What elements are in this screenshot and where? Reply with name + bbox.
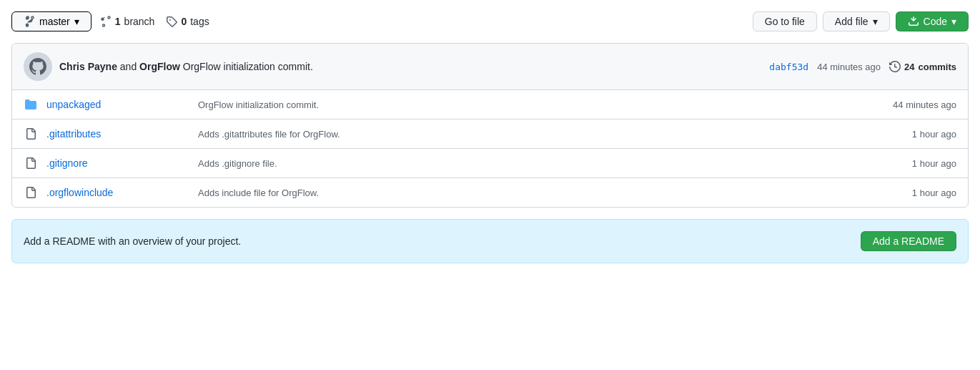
avatar (24, 52, 52, 81)
file-rows-container: unpackagedOrgFlow initialization commit.… (12, 90, 968, 207)
file-time: 1 hour ago (871, 129, 956, 140)
table-row: .orgflowincludeAdds include file for Org… (12, 178, 968, 207)
file-commit-message[interactable]: Adds .gitignore file. (198, 158, 862, 169)
go-to-file-button[interactable]: Go to file (753, 11, 817, 31)
commit-meta: dabf53d 44 minutes ago 24 commits (769, 61, 956, 72)
tag-count-link[interactable]: 0 tags (166, 16, 209, 27)
tag-count-label: tags (190, 16, 209, 27)
add-readme-label: Add a README (873, 235, 944, 247)
commit-msg-text: OrgFlow initialization commit. (183, 61, 313, 72)
file-name[interactable]: unpackaged (46, 99, 189, 110)
commit-time: 44 minutes ago (817, 62, 881, 72)
add-file-button[interactable]: Add file ▾ (823, 11, 890, 31)
branch-count-label: branch (124, 16, 155, 27)
commits-count-label: commits (919, 62, 956, 72)
branch-chevron: ▾ (74, 16, 79, 27)
code-chevron: ▾ (951, 16, 956, 27)
file-time: 44 minutes ago (871, 99, 956, 110)
commits-count-number: 24 (904, 62, 914, 72)
file-commit-message[interactable]: Adds include file for OrgFlow. (198, 188, 862, 198)
add-readme-button[interactable]: Add a README (861, 231, 956, 251)
readme-banner: Add a README with an overview of your pr… (11, 219, 969, 263)
folder-icon (24, 97, 38, 112)
table-row: .gitattributesAdds .gitattributes file f… (12, 120, 968, 149)
code-label: Code (924, 16, 947, 27)
add-file-chevron: ▾ (873, 16, 878, 27)
toolbar: master ▾ 1 branch 0 tags Go to file Add … (11, 11, 969, 31)
file-time: 1 hour ago (871, 188, 956, 198)
file-name[interactable]: .gitignore (46, 157, 189, 169)
commits-count-link[interactable]: 24 commits (889, 61, 956, 72)
tag-count-number: 0 (181, 16, 187, 27)
toolbar-actions: Go to file Add file ▾ Code ▾ (753, 11, 969, 31)
file-time: 1 hour ago (871, 158, 956, 169)
commit-header: Chris Payne and OrgFlow OrgFlow initiali… (12, 44, 968, 90)
branch-icon (24, 16, 35, 27)
file-commit-message[interactable]: Adds .gitattributes file for OrgFlow. (198, 129, 862, 140)
branch-meta: 1 branch 0 tags (100, 16, 744, 27)
code-button[interactable]: Code ▾ (896, 11, 969, 31)
go-to-file-label: Go to file (765, 16, 805, 27)
file-icon (24, 127, 38, 141)
file-name[interactable]: .gitattributes (46, 128, 189, 140)
commit-hash[interactable]: dabf53d (769, 62, 808, 72)
commit-message: Chris Payne and OrgFlow OrgFlow initiali… (59, 61, 762, 72)
commit-author1[interactable]: Chris Payne (59, 61, 117, 72)
file-name[interactable]: .orgflowinclude (46, 187, 189, 198)
tag-icon (166, 16, 177, 27)
download-icon (908, 16, 919, 27)
branch-selector[interactable]: master ▾ (11, 11, 91, 31)
table-row: unpackagedOrgFlow initialization commit.… (12, 90, 968, 120)
add-file-label: Add file (835, 16, 868, 27)
file-icon (24, 185, 38, 200)
file-icon (24, 156, 38, 170)
commit-author2[interactable]: OrgFlow (139, 61, 180, 72)
branch-label: master (39, 16, 70, 27)
readme-banner-text: Add a README with an overview of your pr… (24, 235, 241, 247)
commit-author-separator: and (120, 61, 137, 72)
repo-table: Chris Payne and OrgFlow OrgFlow initiali… (11, 43, 969, 208)
branch-count-number: 1 (115, 16, 121, 27)
table-row: .gitignoreAdds .gitignore file.1 hour ag… (12, 149, 968, 178)
branch-count-icon (100, 16, 112, 27)
history-icon (889, 61, 901, 72)
file-commit-message[interactable]: OrgFlow initialization commit. (198, 99, 862, 110)
branch-count-link[interactable]: 1 branch (100, 16, 155, 27)
